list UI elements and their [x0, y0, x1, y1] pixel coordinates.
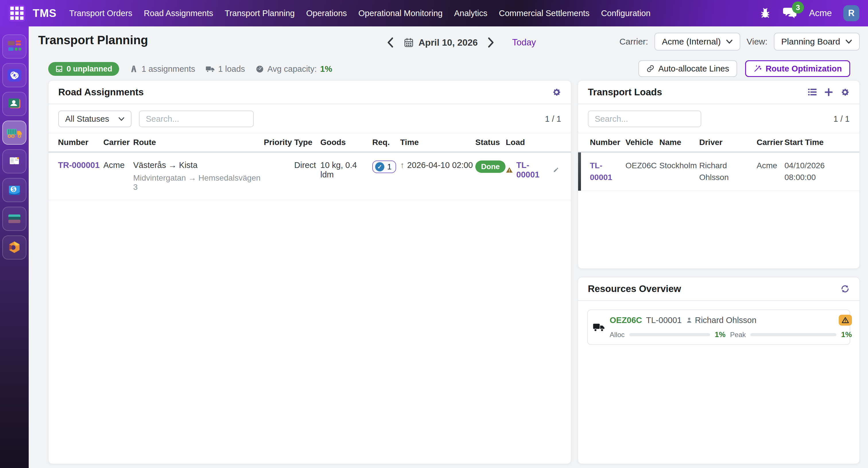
dashboard-blocks-icon — [6, 38, 23, 55]
chevron-right-icon — [487, 37, 495, 48]
load-vehicle: OEZ06C — [625, 152, 659, 179]
app-launcher-button[interactable] — [9, 5, 25, 22]
nav-operational-monitoring[interactable]: Operational Monitoring — [359, 9, 443, 18]
col-vehicle: Vehicle — [625, 133, 659, 152]
alloc-label: Alloc — [610, 331, 625, 339]
loads-add-button[interactable] — [825, 88, 833, 96]
loads-settings-button[interactable] — [840, 88, 849, 97]
road-assignment-row[interactable]: TR-000001 Acme Västerås → Kista Midvinte… — [49, 152, 571, 200]
nav-transport-orders[interactable]: Transport Orders — [69, 9, 132, 18]
peak-meter — [750, 333, 836, 336]
resource-card[interactable]: OEZ06C TL-00001 Richard Ohlsson — [587, 310, 850, 345]
today-button[interactable]: Today — [512, 37, 536, 48]
loads-count: 1 loads — [218, 64, 245, 74]
sidebar-app-loop[interactable] — [2, 63, 26, 87]
road-settings-button[interactable] — [552, 88, 561, 97]
sidebar-app-finance[interactable]: $ — [2, 178, 26, 202]
previous-day-button[interactable] — [384, 36, 396, 49]
resources-refresh-button[interactable] — [840, 284, 849, 293]
nav-analytics[interactable]: Analytics — [454, 9, 487, 18]
view-value: Planning Board — [781, 37, 840, 46]
route-optimization-button[interactable]: Route Optimization — [745, 60, 850, 77]
assignment-route: Västerås → Kista Midvintergatan → Hemsed… — [133, 152, 264, 200]
col-priority: Priority — [264, 133, 294, 152]
route-main: Västerås → Kista — [133, 160, 261, 170]
transport-loads-header: Transport Loads — [578, 81, 859, 104]
truck-small-icon — [206, 65, 215, 73]
col-type: Type — [294, 133, 320, 152]
assignment-type: Direct — [294, 152, 320, 178]
brand-logo[interactable]: TMS — [33, 7, 57, 20]
avg-capacity-value: 1% — [320, 64, 332, 74]
route-optimization-label: Route Optimization — [766, 64, 842, 73]
loads-search-input[interactable] — [588, 111, 701, 127]
load-link[interactable]: TL-00001 — [516, 160, 546, 180]
bug-icon[interactable] — [759, 7, 771, 19]
avg-capacity-stat: Avg capacity: 1% — [255, 64, 332, 74]
nav-commercial-settlements[interactable]: Commercial Settlements — [499, 9, 590, 18]
account-name[interactable]: Acme — [809, 8, 832, 19]
col-route: Route — [133, 133, 264, 152]
road-search-input[interactable] — [139, 111, 254, 127]
chevron-down-icon — [726, 39, 733, 44]
date-navigation: April 10, 2026 Today — [384, 34, 536, 51]
truck-icon — [592, 315, 605, 339]
notifications-button[interactable]: 3 — [783, 6, 798, 21]
page-title: Transport Planning — [38, 33, 148, 47]
col-req: Req. — [372, 133, 400, 152]
alloc-value: 1% — [715, 330, 725, 339]
gear-icon — [552, 88, 561, 97]
transport-load-row[interactable]: TL-00001 OEZ06C Stockholm Richard Ohlsso… — [578, 152, 859, 191]
summary-stats: 0 unplanned 1 assignments 1 loads — [48, 61, 332, 77]
gauge-icon — [255, 65, 264, 73]
warning-triangle-icon — [842, 317, 849, 323]
road-assignments-panel: Road Assignments All Statuses 1 / — [48, 81, 571, 464]
refresh-icon — [840, 284, 849, 293]
sidebar-app-transport-planning-active[interactable] — [2, 121, 26, 145]
road-icon — [129, 65, 138, 73]
gear-icon — [840, 88, 849, 97]
calendar-icon — [404, 37, 414, 48]
time-value: 2026-04-10 02:00 — [407, 160, 473, 170]
edit-pencil-icon[interactable] — [553, 166, 559, 174]
status-filter-select[interactable]: All Statuses — [58, 111, 131, 127]
requirements-badge[interactable]: ✓ 1 — [372, 160, 396, 173]
sidebar-app-contacts[interactable] — [2, 92, 26, 116]
road-assignments-title: Road Assignments — [58, 87, 144, 98]
grid-icon — [10, 6, 24, 21]
sidebar-app-docs[interactable] — [2, 149, 26, 174]
top-navigation-bar: TMS Transport Orders Road Assignments Tr… — [0, 0, 868, 26]
carrier-select[interactable]: Acme (Internal) — [654, 33, 740, 51]
sidebar-app-hex[interactable] — [2, 236, 26, 259]
nav-road-assignments[interactable]: Road Assignments — [144, 9, 213, 18]
chevron-down-icon — [845, 39, 852, 44]
sidebar-app-cards[interactable] — [2, 207, 26, 231]
check-circle-icon: ✓ — [375, 162, 384, 171]
nav-configuration[interactable]: Configuration — [601, 9, 651, 18]
sidebar-app-dashboard[interactable] — [2, 34, 26, 59]
nav-transport-planning[interactable]: Transport Planning — [225, 9, 295, 18]
assignment-number-link[interactable]: TR-000001 — [58, 160, 100, 170]
road-table-header: Number Carrier Route Priority Type Goods… — [49, 133, 571, 152]
load-number-link[interactable]: TL-00001 — [590, 161, 612, 182]
auto-allocate-button[interactable]: Auto-allocate Lines — [639, 60, 737, 77]
view-select[interactable]: Planning Board — [774, 33, 860, 51]
resources-title: Resources Overview — [588, 283, 681, 294]
avg-capacity-label: Avg capacity: — [268, 64, 317, 74]
resource-load: TL-00001 — [646, 316, 682, 325]
view-label: View: — [747, 37, 768, 46]
current-date[interactable]: April 10, 2026 — [404, 37, 477, 48]
next-day-button[interactable] — [485, 36, 497, 49]
assignment-time: ↑ 2026-04-10 02:00 — [400, 152, 475, 178]
truck-icon — [5, 124, 23, 142]
user-avatar[interactable]: R — [843, 5, 859, 21]
status-done-badge: Done — [475, 160, 505, 173]
dollar-payment-icon: $ — [6, 182, 23, 198]
contact-card-icon — [6, 96, 23, 112]
nav-operations[interactable]: Operations — [306, 9, 347, 18]
notification-count-badge: 3 — [792, 1, 804, 13]
road-filter-row: All Statuses 1 / 1 — [49, 104, 571, 133]
loads-list-view-button[interactable] — [808, 88, 817, 96]
resource-vehicle[interactable]: OEZ06C — [610, 316, 642, 325]
col-time: Time — [400, 133, 475, 152]
